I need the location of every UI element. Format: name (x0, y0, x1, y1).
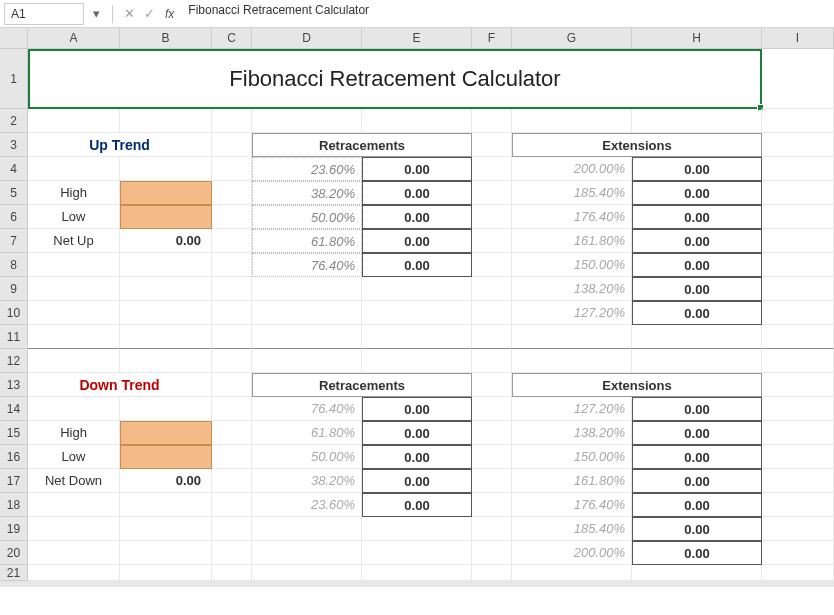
ext-val[interactable]: 0.00 (632, 517, 762, 541)
cell[interactable] (212, 157, 252, 181)
cell[interactable] (28, 493, 120, 517)
cell[interactable] (120, 541, 212, 565)
cell[interactable] (120, 277, 212, 301)
cell[interactable] (252, 301, 362, 325)
row-header[interactable]: 17 (0, 469, 28, 493)
low-label[interactable]: Low (28, 205, 120, 229)
cell[interactable] (762, 493, 834, 517)
retr-val[interactable]: 0.00 (362, 205, 472, 229)
cell[interactable] (762, 49, 834, 109)
retr-pct[interactable]: 76.40% (252, 397, 362, 421)
cell[interactable] (28, 397, 120, 421)
cell[interactable] (212, 541, 252, 565)
cell[interactable] (472, 469, 512, 493)
cell[interactable] (632, 349, 762, 373)
col-header[interactable]: F (472, 28, 512, 48)
cell[interactable] (762, 397, 834, 421)
cell[interactable] (472, 277, 512, 301)
cell[interactable] (762, 205, 834, 229)
cell[interactable] (472, 133, 512, 157)
col-header[interactable]: C (212, 28, 252, 48)
up-high-input[interactable] (120, 181, 212, 205)
row-header[interactable]: 7 (0, 229, 28, 253)
cell[interactable] (120, 301, 212, 325)
cell[interactable] (762, 541, 834, 565)
cell[interactable] (762, 181, 834, 205)
ext-pct[interactable]: 127.20% (512, 397, 632, 421)
cell[interactable] (120, 565, 212, 581)
cell[interactable] (512, 325, 632, 349)
formula-input[interactable]: Fibonacci Retracement Calculator (182, 3, 830, 25)
row-header[interactable]: 2 (0, 109, 28, 133)
cell[interactable] (512, 109, 632, 133)
cell[interactable] (252, 517, 362, 541)
row-header[interactable]: 13 (0, 373, 28, 397)
retr-pct[interactable]: 50.00% (252, 445, 362, 469)
cell[interactable] (252, 277, 362, 301)
cell[interactable] (212, 253, 252, 277)
ext-val[interactable]: 0.00 (632, 157, 762, 181)
ext-pct[interactable]: 176.40% (512, 205, 632, 229)
low-label[interactable]: Low (28, 445, 120, 469)
down-trend-heading[interactable]: Down Trend (28, 373, 212, 397)
cell[interactable] (212, 373, 252, 397)
up-low-input[interactable] (120, 205, 212, 229)
ext-pct[interactable]: 161.80% (512, 229, 632, 253)
cell[interactable] (632, 565, 762, 581)
cell[interactable] (512, 565, 632, 581)
extensions-header[interactable]: Extensions (512, 133, 762, 157)
cell[interactable] (472, 205, 512, 229)
cell[interactable] (212, 445, 252, 469)
ext-val[interactable]: 0.00 (632, 253, 762, 277)
cell[interactable] (212, 325, 252, 349)
cell[interactable] (212, 421, 252, 445)
ext-val[interactable]: 0.00 (632, 397, 762, 421)
cell[interactable] (362, 517, 472, 541)
cell[interactable] (28, 253, 120, 277)
cell[interactable] (472, 229, 512, 253)
cell[interactable] (472, 373, 512, 397)
ext-val[interactable]: 0.00 (632, 541, 762, 565)
cell[interactable] (472, 397, 512, 421)
retr-val[interactable]: 0.00 (362, 493, 472, 517)
cell[interactable] (472, 565, 512, 581)
row-header[interactable]: 14 (0, 397, 28, 421)
retr-val[interactable]: 0.00 (362, 181, 472, 205)
cell[interactable] (762, 301, 834, 325)
ext-val[interactable]: 0.00 (632, 229, 762, 253)
cell[interactable] (762, 565, 834, 581)
name-box-dropdown-icon[interactable]: ▾ (88, 6, 104, 21)
retr-val[interactable]: 0.00 (362, 253, 472, 277)
cell[interactable] (472, 157, 512, 181)
col-header[interactable]: E (362, 28, 472, 48)
cell[interactable] (28, 325, 120, 349)
ext-pct[interactable]: 138.20% (512, 421, 632, 445)
cell[interactable] (28, 109, 120, 133)
row-header[interactable]: 16 (0, 445, 28, 469)
retr-pct[interactable]: 61.80% (252, 421, 362, 445)
cell[interactable] (212, 205, 252, 229)
cell[interactable] (762, 517, 834, 541)
row-header[interactable]: 15 (0, 421, 28, 445)
retr-val[interactable]: 0.00 (362, 229, 472, 253)
retr-val[interactable]: 0.00 (362, 397, 472, 421)
cell[interactable] (362, 349, 472, 373)
row-header[interactable]: 5 (0, 181, 28, 205)
cell[interactable] (28, 349, 120, 373)
cell[interactable] (762, 445, 834, 469)
ext-pct[interactable]: 150.00% (512, 253, 632, 277)
ext-pct[interactable]: 185.40% (512, 517, 632, 541)
cell[interactable] (120, 157, 212, 181)
cell[interactable] (120, 349, 212, 373)
cell[interactable] (28, 541, 120, 565)
ext-val[interactable]: 0.00 (632, 277, 762, 301)
extensions-header[interactable]: Extensions (512, 373, 762, 397)
row-header[interactable]: 21 (0, 565, 28, 581)
ext-pct[interactable]: 200.00% (512, 157, 632, 181)
cell[interactable] (28, 565, 120, 581)
ext-val[interactable]: 0.00 (632, 493, 762, 517)
cell[interactable] (362, 325, 472, 349)
down-low-input[interactable] (120, 445, 212, 469)
retr-val[interactable]: 0.00 (362, 421, 472, 445)
cell[interactable] (120, 325, 212, 349)
